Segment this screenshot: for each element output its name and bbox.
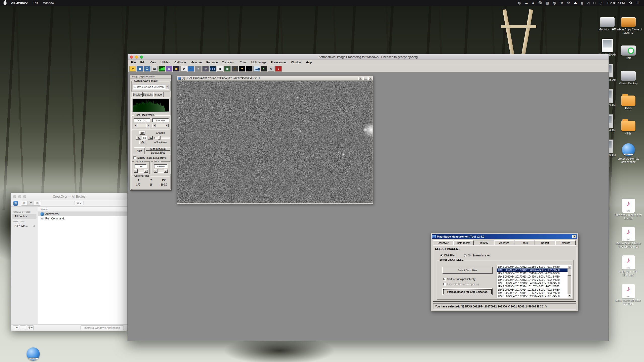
menu-item[interactable]: File bbox=[129, 60, 138, 65]
zoom-button[interactable] bbox=[140, 56, 143, 59]
maximize-button[interactable]: □ bbox=[363, 77, 367, 80]
step-size-field[interactable]: 10 bbox=[142, 136, 147, 140]
list-view-button[interactable]: ☰ bbox=[28, 201, 34, 205]
fft-icon[interactable]: FFT bbox=[210, 66, 216, 72]
desktop-icon[interactable]: WEBLOC MP3 Time bbox=[621, 41, 636, 60]
menubar-app-name[interactable]: AIP4WinV2 bbox=[9, 1, 30, 5]
file-list-item[interactable]: 1RXS J062954-20170914-101312-V-S001-R002… bbox=[497, 288, 568, 291]
tab[interactable]: Images bbox=[474, 240, 494, 245]
actions-gear-button[interactable]: ⚙ ▾ bbox=[74, 201, 84, 205]
select-disk-files-button[interactable]: Select Disk Files bbox=[442, 267, 493, 274]
sidebar-item-bottle[interactable]: AIP4Win... bbox=[12, 223, 36, 228]
aip4win-titlebar[interactable]: Astronomical Image Processing for Window… bbox=[128, 54, 609, 60]
menu-item[interactable]: Utilities bbox=[158, 60, 172, 65]
sync-status-icon[interactable]: ↻ bbox=[558, 0, 565, 6]
plus-b-button[interactable]: +B bbox=[139, 131, 145, 135]
menu-item[interactable]: Enhance bbox=[204, 60, 220, 65]
decrement-arrow-icon[interactable]: ◄ bbox=[152, 124, 156, 127]
column-view-button[interactable]: ▥ bbox=[34, 201, 41, 205]
minimize-button[interactable] bbox=[135, 56, 138, 59]
scrollbar-thumb[interactable] bbox=[568, 268, 571, 276]
volume-status-icon[interactable]: ◁ bbox=[585, 0, 591, 6]
tab[interactable]: Display bbox=[132, 92, 143, 97]
eject-status-icon[interactable]: ⏏ bbox=[572, 0, 579, 6]
scroll-down-arrow-icon[interactable]: ▼ bbox=[568, 294, 571, 297]
scroll-track[interactable] bbox=[138, 169, 144, 173]
checkbox-icon[interactable] bbox=[443, 283, 446, 286]
onscreen-images-radio[interactable] bbox=[464, 254, 467, 257]
image-window-titlebar[interactable]: [1] 1RXS J062954-20170912-103306-V-S001-… bbox=[177, 76, 373, 81]
align-icon[interactable]: ⊞ bbox=[224, 66, 231, 72]
file-list-item[interactable]: 1RXS J062954-20170915-102950-V-S001-R001… bbox=[497, 295, 568, 297]
tab[interactable]: Report bbox=[535, 240, 555, 245]
menu-item[interactable]: Measure bbox=[188, 60, 204, 65]
rotate-icon[interactable]: ↻ bbox=[202, 66, 209, 72]
disk-files-radio[interactable] bbox=[440, 254, 443, 257]
menu-item[interactable]: Calibrate bbox=[172, 60, 188, 65]
vertical-scrollbar[interactable]: ▲ ▼ bbox=[568, 265, 571, 297]
crop-icon[interactable]: ⌗ bbox=[195, 66, 202, 72]
increment-arrow-icon[interactable]: ► bbox=[144, 169, 148, 173]
mail-status-icon[interactable]: @ bbox=[551, 0, 558, 6]
menu-item[interactable]: Preferences bbox=[269, 60, 289, 65]
star-measure-icon[interactable]: ✦ bbox=[239, 66, 245, 72]
display-status-icon[interactable]: □ bbox=[591, 0, 597, 6]
tab[interactable]: Stars bbox=[514, 240, 535, 245]
white-level-field[interactable]: 441.706 bbox=[152, 118, 169, 122]
gear-status-icon[interactable]: ⚙ bbox=[565, 0, 572, 6]
minus-b-button[interactable]: -B bbox=[139, 141, 145, 144]
menubar-menu-item[interactable]: Edit bbox=[30, 1, 41, 5]
minimize-button[interactable]: – bbox=[358, 77, 362, 80]
menubar-clock[interactable]: Tue 8:37 PM bbox=[604, 1, 627, 5]
plus-c-button[interactable]: +C bbox=[148, 136, 153, 140]
list-item[interactable]: AIP4WinV2 bbox=[38, 212, 127, 216]
file-list-item[interactable]: 1RXS J062954-20170914-101422-V-S001-R003… bbox=[497, 291, 568, 295]
tab[interactable]: Execute bbox=[555, 240, 576, 245]
desktop-icon-webloc-corner[interactable]: WEBLOC bbox=[25, 346, 41, 360]
file-list-item[interactable]: 1RXS J062954-20170913-104656-V-S001-R003… bbox=[497, 282, 568, 285]
bottle-actions-button[interactable]: ⚙▾ bbox=[27, 325, 34, 330]
carbon-copy-cloner-status-icon[interactable]: Ⓒ bbox=[537, 0, 544, 6]
column-header-name[interactable]: Name bbox=[38, 207, 127, 212]
blink-icon[interactable]: ◉ bbox=[173, 66, 180, 72]
histogram-icon[interactable]: ▂▅▇ bbox=[158, 66, 165, 72]
minimize-button[interactable] bbox=[18, 195, 21, 198]
increment-arrow-icon[interactable]: ► bbox=[146, 124, 150, 127]
time-machine-status-icon[interactable]: ◷ bbox=[597, 0, 604, 6]
file-list-item[interactable]: 1RXS J062954-20170912-103150-V-S001-R001… bbox=[497, 265, 568, 268]
desktop-icon[interactable]: WEBLOC MP3 4TBs bbox=[621, 117, 635, 135]
file-list-item[interactable]: 1RXS J062954-20170912-103416-V-S001-R003… bbox=[497, 272, 568, 275]
battery-status-icon[interactable]: ▯ bbox=[579, 0, 585, 6]
default-bw-button[interactable]: Default B/W bbox=[146, 151, 170, 154]
decrement-arrow-icon[interactable]: ◄ bbox=[154, 169, 157, 173]
desktop-icon[interactable]: WEBLOC MP3 Master Sync 1 Mono 3weazp PO.… bbox=[614, 227, 642, 248]
tab[interactable]: Imager bbox=[153, 92, 164, 97]
file-list-item[interactable]: 1RXS J062954-20170913-104545-V-S001-R002… bbox=[497, 278, 568, 282]
crossover-status-icon[interactable]: ◍ bbox=[516, 0, 522, 6]
desktop-icon[interactable]: WEBLOC MP3 50th anniv meeting for lo.mp3 bbox=[614, 198, 642, 220]
black-level-field[interactable]: 344.714 bbox=[134, 118, 150, 122]
close-button[interactable] bbox=[13, 195, 16, 198]
dialog-titlebar[interactable]: Magnitude Measurement Tool v2.4.0 ✕ bbox=[432, 234, 577, 239]
desktop-icon[interactable]: WEBLOC MP3 Carbon Copy Clone of Mac HD bbox=[614, 13, 642, 34]
decrement-arrow-icon[interactable]: ◄ bbox=[134, 169, 138, 173]
menu-item[interactable]: Window bbox=[289, 60, 304, 65]
disk-files-radio-label[interactable]: Disk Files bbox=[444, 254, 456, 257]
increment-arrow-icon[interactable]: ► bbox=[165, 124, 169, 127]
desktop-icon[interactable]: WEBLOC MP3 Molly March 25 1984 V1.mp3 bbox=[614, 284, 642, 305]
sort-alphabetically-checkbox[interactable]: Sort file list alphabetically bbox=[443, 278, 475, 281]
sidebar-item-collection[interactable]: All Bottles bbox=[12, 214, 36, 219]
icon-view-button[interactable]: ▦ bbox=[21, 201, 28, 205]
auto-button[interactable]: Auto bbox=[134, 147, 145, 154]
close-button[interactable]: ✕ bbox=[368, 77, 372, 80]
remove-bottle-button[interactable]: − bbox=[20, 325, 26, 330]
calibrate-on-open-checkbox[interactable]: Calibrate files when opening bbox=[443, 283, 479, 286]
auto-minmax-button[interactable]: Auto Min/Max bbox=[146, 147, 170, 151]
file-list-item[interactable]: 1RXS J062954-20170914-101157-V-S001-R001… bbox=[497, 285, 568, 288]
active-image-dropdown[interactable]: [1] 1RXS J062954-20170912 ▼ bbox=[133, 84, 169, 89]
close-button[interactable]: ✕ bbox=[572, 235, 576, 238]
checkbox-icon[interactable] bbox=[443, 278, 446, 281]
desktop-icon[interactable]: WEBLOC MP3 iTunes Backup bbox=[619, 66, 637, 85]
dropdown-arrow-icon[interactable]: ▼ bbox=[165, 84, 169, 89]
checkbox-icon[interactable] bbox=[133, 156, 136, 159]
